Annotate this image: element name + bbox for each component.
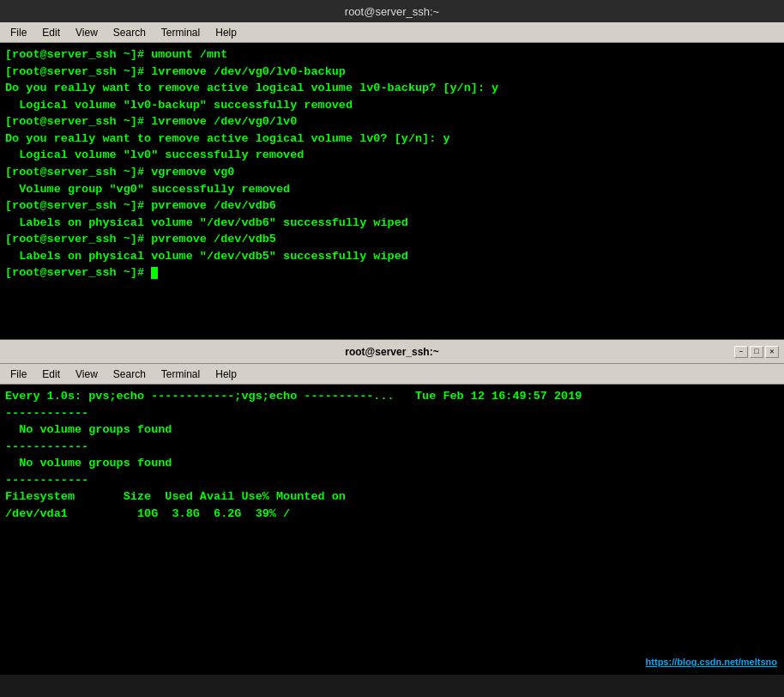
bottom-menu-bar: File Edit View Search Terminal Help bbox=[0, 364, 784, 385]
window-controls: – □ ✕ bbox=[734, 346, 779, 358]
bottom-terminal-title: root@server_ssh:~ bbox=[345, 346, 438, 358]
terminal-line: Every 1.0s: pvs;echo ------------;vgs;ec… bbox=[5, 388, 779, 405]
terminal-line: [root@server_ssh ~]# lvremove /dev/vg0/l… bbox=[5, 64, 779, 81]
bottom-menu-terminal[interactable]: Terminal bbox=[154, 367, 207, 382]
menu-terminal[interactable]: Terminal bbox=[154, 25, 207, 40]
bottom-menu-view[interactable]: View bbox=[69, 367, 105, 382]
menu-help[interactable]: Help bbox=[208, 25, 244, 40]
terminal-line: Do you really want to remove active logi… bbox=[5, 80, 779, 97]
terminal-line: [root@server_ssh ~]# bbox=[5, 264, 779, 282]
terminal-line: Logical volume "lv0-backup" successfully… bbox=[5, 97, 779, 114]
bottom-terminal-content: Every 1.0s: pvs;echo ------------;vgs;ec… bbox=[0, 385, 784, 675]
menu-file[interactable]: File bbox=[3, 25, 33, 40]
top-terminal: root@server_ssh:~ File Edit View Search … bbox=[0, 0, 784, 339]
close-button[interactable]: ✕ bbox=[765, 346, 779, 358]
bottom-terminal: root@server_ssh:~ – □ ✕ File Edit View S… bbox=[0, 339, 784, 674]
top-terminal-content: [root@server_ssh ~]# umount /mnt[root@se… bbox=[0, 43, 784, 337]
bottom-menu-file[interactable]: File bbox=[3, 367, 33, 382]
menu-search[interactable]: Search bbox=[106, 25, 153, 40]
terminal-line: Do you really want to remove active logi… bbox=[5, 130, 779, 148]
menu-edit[interactable]: Edit bbox=[35, 25, 67, 40]
terminal-line: [root@server_ssh ~]# umount /mnt bbox=[5, 46, 779, 64]
terminal-line: Labels on physical volume "/dev/vdb5" su… bbox=[5, 248, 779, 265]
terminal-line: Logical volume "lv0" successfully remove… bbox=[5, 147, 779, 164]
terminal-line: [root@server_ssh ~]# vgremove vg0 bbox=[5, 164, 779, 181]
bottom-menu-search[interactable]: Search bbox=[106, 367, 153, 382]
maximize-button[interactable]: □ bbox=[750, 346, 763, 358]
top-menu-bar: File Edit View Search Terminal Help bbox=[0, 22, 784, 43]
bottom-menu-help[interactable]: Help bbox=[208, 367, 244, 382]
terminal-line: Volume group "vg0" successfully removed bbox=[5, 181, 779, 198]
bottom-menu-edit[interactable]: Edit bbox=[35, 367, 67, 382]
terminal-line: No volume groups found bbox=[5, 421, 779, 439]
minimize-button[interactable]: – bbox=[734, 346, 748, 358]
footer-link[interactable]: https://blog.csdn.net/meltsno bbox=[646, 656, 777, 670]
terminal-line: Labels on physical volume "/dev/vdb6" su… bbox=[5, 215, 779, 232]
terminal-line: ------------ bbox=[5, 405, 779, 422]
terminal-line: [root@server_ssh ~]# pvremove /dev/vdb6 bbox=[5, 197, 779, 215]
terminal-line: ------------ bbox=[5, 472, 779, 489]
terminal-line: [root@server_ssh ~]# lvremove /dev/vg0/l… bbox=[5, 113, 779, 130]
bottom-title-bar: root@server_ssh:~ – □ ✕ bbox=[0, 340, 784, 364]
menu-view[interactable]: View bbox=[69, 25, 105, 40]
terminal-line: Filesystem Size Used Avail Use% Mounted … bbox=[5, 488, 779, 506]
terminal-line: No volume groups found bbox=[5, 455, 779, 472]
terminal-cursor bbox=[151, 267, 158, 279]
top-terminal-title: root@server_ssh:~ bbox=[345, 5, 439, 18]
terminal-line: /dev/vda1 10G 3.8G 6.2G 39% / bbox=[5, 506, 779, 523]
terminal-line: [root@server_ssh ~]# pvremove /dev/vdb5 bbox=[5, 231, 779, 248]
terminal-line: ------------ bbox=[5, 439, 779, 456]
top-title-bar: root@server_ssh:~ bbox=[0, 0, 784, 22]
